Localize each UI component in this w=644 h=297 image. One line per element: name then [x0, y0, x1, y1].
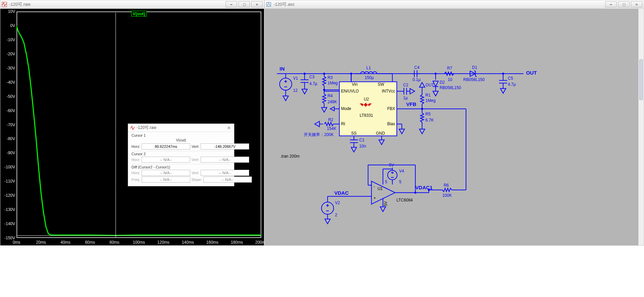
x-tick: 20ms [36, 240, 46, 245]
svg-text:4.7µ: 4.7µ [508, 82, 516, 87]
component-v1[interactable]: V1 12 [280, 74, 298, 101]
svg-point-143 [428, 189, 430, 191]
component-d2[interactable]: D2 RB058L150 [433, 80, 461, 96]
schematic-area[interactable]: IN V1 12 [264, 9, 644, 246]
minimize-button[interactable]: ━ [226, 1, 237, 7]
component-c3[interactable]: C3 4.7µ [300, 74, 317, 94]
maximize-button[interactable]: ▢ [238, 1, 250, 7]
component-r3[interactable]: R3 1Meg [322, 74, 338, 90]
net-label-vdac[interactable]: VDAC [334, 190, 349, 196]
cursor-line-horizontal[interactable] [17, 235, 261, 236]
svg-text:Bias: Bias [387, 122, 395, 126]
y-tick: -40V [7, 80, 15, 85]
y-tick: -10V [7, 37, 15, 42]
horz-label: Horz: [131, 158, 140, 162]
scrollbar-vertical[interactable] [638, 9, 644, 245]
x-tick: 160ms [206, 240, 218, 245]
svg-text:10n: 10n [359, 144, 366, 148]
minimize-button[interactable]: ━ [605, 1, 617, 7]
cursor1-horz-input[interactable] [142, 143, 190, 150]
svg-text:100K: 100K [442, 193, 452, 198]
y-tick: 10V [8, 9, 15, 14]
svg-text:Vin: Vin [352, 82, 358, 87]
svg-text:EN/UVLO: EN/UVLO [341, 89, 359, 93]
svg-text:Mode: Mode [341, 106, 351, 111]
spice-directive[interactable]: .tran 200m [280, 154, 299, 159]
cursor-win-title[interactable]: -120可.raw ✕ [128, 124, 234, 132]
svg-text:LT8331: LT8331 [360, 113, 373, 118]
svg-text:INTVcc: INTVcc [382, 89, 395, 93]
net-label-vdac1[interactable]: VDAC1 [415, 185, 433, 190]
net-label-vfb[interactable]: VFB [406, 101, 416, 107]
svg-text:SW: SW [378, 82, 384, 87]
svg-text:5: 5 [385, 180, 387, 184]
svg-text:GND: GND [376, 131, 385, 136]
svg-text:1µ: 1µ [403, 96, 408, 100]
component-r1[interactable]: R1 1Meg OUT [419, 82, 436, 109]
y-tick: -110V [4, 179, 15, 184]
svg-text:RB058L150: RB058L150 [463, 77, 485, 82]
diff-vert-input [201, 170, 249, 176]
svg-text:C5: C5 [508, 76, 513, 81]
diff-freq-input [142, 177, 190, 183]
svg-text:5: 5 [399, 180, 402, 184]
close-icon[interactable]: ✕ [226, 125, 232, 131]
app-icon [2, 2, 7, 7]
svg-text:5V: 5V [389, 163, 394, 167]
cursor1-vert-input[interactable] [201, 143, 249, 150]
svg-text:D2: D2 [440, 80, 445, 85]
y-tick: -120V [4, 193, 15, 198]
x-tick: 180ms [231, 240, 243, 245]
scrollbar-thumb[interactable] [639, 59, 643, 100]
component-r7[interactable]: R7 10 [444, 66, 454, 82]
net-label-in[interactable]: IN [280, 66, 285, 72]
svg-text:C3: C3 [309, 75, 315, 79]
cursor-line-vertical[interactable] [115, 11, 116, 238]
y-tick: -140V [4, 221, 15, 226]
svg-text:OUT: OUT [426, 83, 434, 87]
vert-label: Vert: [192, 144, 199, 148]
component-r6[interactable]: R6 100K [429, 183, 466, 198]
close-button[interactable]: ✕ [631, 1, 642, 7]
x-tick: 120ms [157, 240, 170, 245]
svg-text:R2: R2 [328, 117, 333, 122]
svg-text:R6: R6 [444, 183, 449, 188]
waveform-area[interactable]: 10V0V-10V-20V-30V-40V-50V-60V-70V-80V-90… [0, 9, 264, 246]
component-l1[interactable]: L1 150µ [355, 65, 392, 80]
cursor-readout-window[interactable]: -120可.raw ✕ Cursor 1 V(out) Horz: Vert: … [128, 124, 234, 186]
svg-text:0.1µ: 0.1µ [413, 77, 421, 82]
component-v2[interactable]: V2 2 [321, 196, 340, 224]
close-button[interactable]: ✕ [251, 1, 263, 7]
component-r2[interactable]: R2 154K [315, 117, 336, 131]
svg-point-141 [414, 192, 416, 194]
component-c1[interactable]: C1 10n [350, 138, 366, 152]
maximize-button[interactable]: ▢ [618, 1, 630, 7]
svg-text:C1: C1 [359, 138, 365, 142]
svg-text:C4: C4 [414, 65, 420, 70]
slope-label: Slope: [192, 178, 202, 182]
svg-text:249K: 249K [327, 100, 337, 104]
svg-text:10: 10 [448, 77, 452, 82]
svg-point-119 [321, 202, 333, 214]
svg-text:R7: R7 [447, 66, 452, 71]
trace-label[interactable]: V(out) [131, 11, 147, 17]
wave-titlebar[interactable]: -120可.raw ━ ▢ ✕ [0, 0, 264, 9]
svg-text:1Meg: 1Meg [327, 81, 338, 85]
component-c5[interactable]: C5 4.7µ [499, 74, 516, 93]
svg-text:4.7µ: 4.7µ [309, 81, 317, 86]
svg-text:154K: 154K [327, 126, 336, 131]
freq-label: Freq: [131, 178, 140, 182]
y-tick: -100V [4, 165, 15, 169]
svg-text:2: 2 [335, 213, 337, 217]
schematic-titlebar[interactable]: -120可.asc ━ ▢ ✕ [264, 0, 644, 9]
svg-text:V4: V4 [399, 169, 404, 173]
svg-text:R3: R3 [327, 75, 333, 80]
component-c2[interactable]: C2 1µ [403, 83, 415, 100]
component-r5[interactable]: R5 6.7K [419, 109, 434, 134]
y-tick: -80V [7, 136, 15, 141]
net-label-out[interactable]: OUT [526, 70, 537, 76]
svg-text:150µ: 150µ [365, 75, 374, 80]
svg-text:L1: L1 [367, 65, 371, 70]
svg-text:SS: SS [351, 131, 357, 136]
svg-text:Rt: Rt [341, 122, 346, 126]
